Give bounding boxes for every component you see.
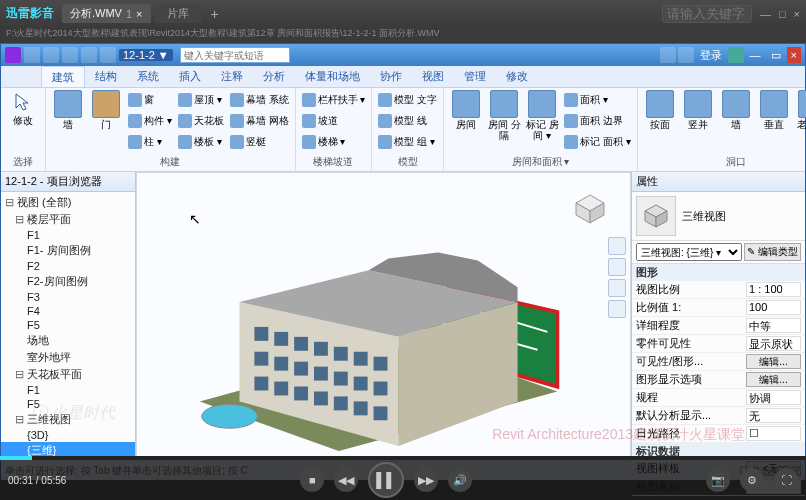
props-group-graphics[interactable]: 图形 [632,264,805,281]
model-group-button[interactable]: 模型 组 ▾ [376,132,439,152]
tab-architecture[interactable]: 建筑 [41,66,85,87]
component-button[interactable]: 构件 ▾ [126,111,174,131]
area-button[interactable]: 面积 ▾ [562,90,633,110]
player-add-tab[interactable]: + [201,6,229,22]
inner-restore-icon[interactable]: ▭ [767,49,785,62]
column-button[interactable]: 柱 ▾ [126,132,174,152]
model-text-button[interactable]: 模型 文字 [376,90,439,110]
floor-button[interactable]: 楼板 ▾ [176,132,226,152]
area-boundary-button[interactable]: 面积 边界 [562,111,633,131]
opening-wall-button[interactable]: 墙 [718,90,754,155]
stop-button[interactable]: ■ [300,468,324,492]
railing-button[interactable]: 栏杆扶手 ▾ [300,90,368,110]
user-icon[interactable] [678,47,694,63]
open-icon[interactable] [24,47,40,63]
ceiling-button[interactable]: 天花板 [176,111,226,131]
modify-button[interactable]: 修改 [5,90,41,155]
tree-item[interactable]: 场地 [1,332,135,349]
model-line-button[interactable]: 模型 线 [376,111,439,131]
orbit-icon[interactable] [608,300,626,318]
doc-name-dropdown[interactable]: 12-1-2 ▼ [119,49,173,61]
tree-item[interactable]: F1- 房间图例 [1,242,135,259]
tab-view[interactable]: 视图 [412,66,454,87]
tab-systems[interactable]: 系统 [127,66,169,87]
prop-row-display[interactable]: 图形显示选项编辑... [632,371,805,389]
properties-instance-selector[interactable]: 三维视图: {三维} ▾ [636,243,742,261]
fullscreen-button[interactable]: ⛶ [774,468,798,492]
tree-item[interactable]: F1 [1,383,135,397]
help-icon[interactable] [728,47,744,63]
opening-shaft-button[interactable]: 竖并 [680,90,716,155]
roof-button[interactable]: 屋顶 ▾ [176,90,226,110]
inner-minimize-icon[interactable]: — [746,49,765,61]
tab-massing[interactable]: 体量和场地 [295,66,370,87]
player-tab-active[interactable]: 分析.WMV 1 × [62,4,151,23]
curtain-system-button[interactable]: 幕墙 系统 [228,90,291,110]
project-browser-tree[interactable]: 视图 (全部) 楼层平面 F1 F1- 房间图例 F2 F2-房间图例 F3 F… [1,192,135,462]
prop-row-scale[interactable]: 视图比例1 : 100 [632,281,805,299]
door-button[interactable]: 门 [88,90,124,155]
prop-row-sunpath[interactable]: 日光路径☐ [632,425,805,443]
inner-close-icon[interactable]: × [787,47,801,63]
progress-bar[interactable] [0,456,806,460]
room-button[interactable]: 房间 [448,90,484,155]
stair-button[interactable]: 楼梯 ▾ [300,132,368,152]
prop-row-discipline[interactable]: 规程协调 [632,389,805,407]
3d-viewport[interactable]: ↖ [136,172,631,462]
viewcube[interactable] [572,191,608,227]
prop-row-analysis[interactable]: 默认分析显示...无 [632,407,805,425]
print-icon[interactable] [100,47,116,63]
tree-item[interactable]: F4 [1,304,135,318]
play-pause-button[interactable]: ▌▌ [368,462,404,498]
prop-row-detail[interactable]: 详细程度中等 [632,317,805,335]
edit-type-button[interactable]: ✎ 编辑类型 [744,243,801,261]
prop-row-scale-value[interactable]: 比例值 1:100 [632,299,805,317]
save-icon[interactable] [43,47,59,63]
settings-button[interactable]: ⚙ [740,468,764,492]
player-search-input[interactable] [662,5,752,23]
tag-area-button[interactable]: 标记 面积 ▾ [562,132,633,152]
curtain-grid-button[interactable]: 幕墙 网格 [228,111,291,131]
minimize-icon[interactable]: — [760,8,771,20]
close-tab-icon[interactable]: × [136,8,142,20]
tab-structure[interactable]: 结构 [85,66,127,87]
redo-icon[interactable] [81,47,97,63]
tree-item[interactable]: F1 [1,228,135,242]
undo-icon[interactable] [62,47,78,63]
pan-icon[interactable] [608,258,626,276]
tree-group-3dviews[interactable]: 三维视图 [1,411,135,428]
tab-modify[interactable]: 修改 [496,66,538,87]
tree-group-ceilingplans[interactable]: 天花板平面 [1,366,135,383]
tree-item[interactable]: F3 [1,290,135,304]
mullion-button[interactable]: 竖梃 [228,132,291,152]
volume-button[interactable]: 🔊 [448,468,472,492]
prop-row-visibility[interactable]: 可见性/图形...编辑... [632,353,805,371]
prop-row-parts[interactable]: 零件可见性显示原状态 [632,335,805,353]
info-icon[interactable] [660,47,676,63]
opening-byface-button[interactable]: 按面 [642,90,678,155]
tab-annotate[interactable]: 注释 [211,66,253,87]
zoom-icon[interactable] [608,279,626,297]
room-separator-button[interactable]: 房间 分隔 [486,90,522,155]
ramp-button[interactable]: 坡道 [300,111,368,131]
help-search-input[interactable] [180,47,290,63]
tab-collaborate[interactable]: 协作 [370,66,412,87]
tag-room-button[interactable]: 标记 房间 ▾ [524,90,560,155]
tree-item[interactable]: F2-房间图例 [1,273,135,290]
next-button[interactable]: ▶▶ [414,468,438,492]
maximize-icon[interactable]: □ [779,8,786,20]
tree-root-views[interactable]: 视图 (全部) [1,194,135,211]
tab-analyze[interactable]: 分析 [253,66,295,87]
login-link[interactable]: 登录 [696,48,726,63]
opening-dormer-button[interactable]: 老虎窗 [794,90,806,155]
tree-item[interactable]: {3D} [1,428,135,442]
tree-item[interactable]: F2 [1,259,135,273]
window-button[interactable]: 窗 [126,90,174,110]
wall-button[interactable]: 墙 [50,90,86,155]
tree-item[interactable]: F5 [1,318,135,332]
tab-insert[interactable]: 插入 [169,66,211,87]
player-tab-library[interactable]: 片库 [155,4,201,23]
app-menu-icon[interactable] [5,47,21,63]
close-icon[interactable]: × [794,8,800,20]
tab-manage[interactable]: 管理 [454,66,496,87]
